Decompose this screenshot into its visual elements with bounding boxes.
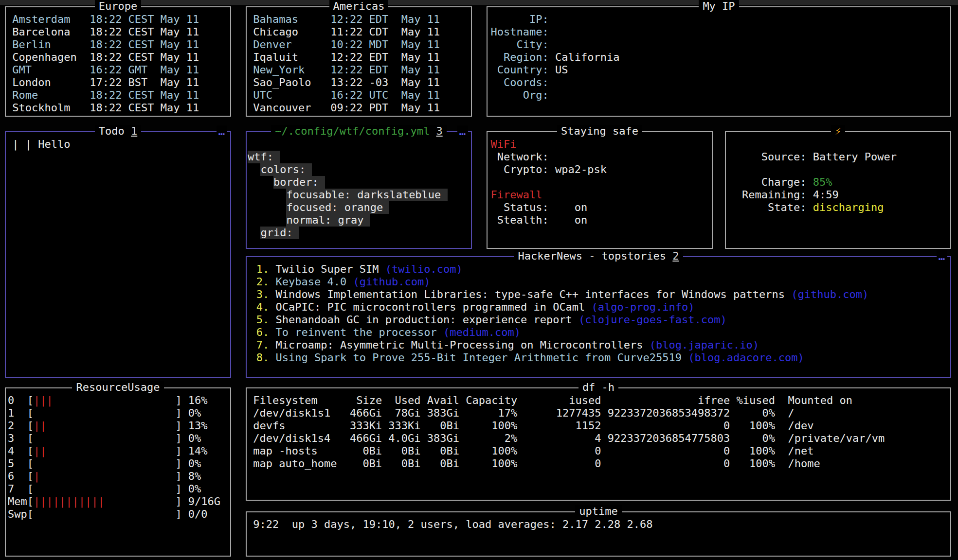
clock-city: New_York	[253, 64, 324, 76]
panel-todo[interactable]: Todo1 … | | Hello	[5, 131, 231, 378]
df-data-row: /dev/disk1s4466Gi4.0Gi383Gi2%49223372036…	[247, 432, 950, 445]
gauge-bar	[34, 457, 175, 470]
clock-date: May 11	[401, 13, 447, 26]
mount-point: /	[775, 407, 950, 420]
clock-date: May 11	[161, 64, 206, 76]
clock-time: 18:22	[90, 38, 122, 51]
used: 0Bi	[382, 445, 420, 457]
network-label: Network:	[491, 151, 549, 163]
mount-point: /dev	[775, 420, 950, 432]
gauge-close-bracket: ]	[175, 394, 181, 407]
story-title[interactable]: Using Spark to Prove 255-Bit Integer Ari…	[276, 351, 682, 364]
clock-city: Rome	[12, 89, 83, 102]
cpu-gauge: 3[]0%	[6, 432, 230, 445]
story-source-link[interactable]: (clojure-goes-fast.com)	[578, 314, 727, 326]
clock-timezone: -03	[369, 76, 395, 89]
hn-story[interactable]: 4.OCaPIC: PIC microcontrollers programme…	[247, 301, 950, 314]
story-source-link[interactable]: (twilio.com)	[385, 263, 463, 275]
clock-row: Sao_Paolo13:22-03May 11	[247, 76, 471, 89]
yaml-line: focusable: darkslateblue	[247, 189, 471, 201]
clock-city: GMT	[12, 64, 83, 76]
story-source-link[interactable]: (github.com)	[353, 276, 431, 288]
clock-time: 18:22	[90, 13, 122, 26]
clock-row: Bahamas12:22EDTMay 11	[247, 13, 471, 26]
yaml-text: border:	[273, 176, 325, 189]
col-header: Mounted on	[775, 394, 950, 407]
story-rank: 5.	[256, 314, 270, 326]
gauge-label: 4	[8, 445, 27, 457]
clock-time: 13:22	[330, 76, 362, 89]
gauge-value: 14%	[182, 445, 208, 457]
panel-config-file-viewer[interactable]: ~/.config/wtf/config.yml3 … wtf: colors:…	[246, 131, 472, 249]
story-title[interactable]: Keybase 4.0	[276, 276, 347, 288]
story-title[interactable]: To reinvent the processor	[276, 326, 437, 338]
more-indicator-icon: …	[217, 125, 227, 138]
hn-story[interactable]: 5.Shenandoah GC in production: experienc…	[247, 314, 950, 326]
yaml-text: focusable: darkslateblue	[286, 189, 447, 201]
gauge-bar	[34, 432, 175, 445]
story-rank: 2.	[256, 276, 270, 288]
city-value	[555, 38, 950, 51]
story-title[interactable]: Microamp: Asymmetric Multi-Processing on…	[276, 339, 643, 351]
clock-city: London	[12, 76, 83, 89]
clock-city: Berlin	[12, 38, 83, 51]
hn-story[interactable]: 1.Twilio Super SIM(twilio.com)	[247, 263, 950, 276]
ip-info-row: Org:	[488, 89, 950, 102]
story-rank: 4.	[256, 301, 270, 313]
gauge-label: Swp	[8, 508, 27, 521]
hn-story[interactable]: 3.Windows Implementation Libraries: type…	[247, 288, 950, 301]
story-title[interactable]: Shenandoah GC in production: experience …	[276, 314, 572, 326]
gauge-value: 0%	[182, 483, 201, 495]
clock-city: Amsterdam	[12, 13, 83, 26]
gauge-value: 8%	[182, 470, 201, 483]
clock-date: May 11	[161, 26, 206, 38]
filesystem: /dev/disk1s4	[253, 432, 343, 445]
clock-city: Vancouver	[253, 102, 324, 114]
gauge-close-bracket: ]	[175, 470, 181, 483]
clock-timezone: UTC	[369, 89, 395, 102]
avail: 0Bi	[421, 457, 459, 470]
story-source-link[interactable]: (medium.com)	[443, 326, 521, 338]
gauge-open-bracket: [	[27, 407, 34, 420]
iused: 1277435	[517, 407, 601, 420]
panel-hackernews[interactable]: HackerNews - topstories2 … 1.Twilio Supe…	[246, 256, 951, 378]
story-source-link[interactable]: (blog.adacore.com)	[688, 351, 804, 364]
panel-my-ip: My IP IP: Hostname: City: Region:Califor…	[487, 6, 951, 117]
story-source-link[interactable]: (github.com)	[791, 288, 868, 300]
gauge-label: 7	[8, 483, 27, 495]
gauge-bar: |||	[34, 394, 175, 407]
hn-story[interactable]: 6.To reinvent the processor(medium.com)	[247, 326, 950, 339]
story-title[interactable]: OCaPIC: PIC microcontrollers programmed …	[276, 301, 585, 313]
hn-story[interactable]: 7.Microamp: Asymmetric Multi-Processing …	[247, 339, 950, 351]
gauge-close-bracket: ]	[175, 508, 181, 521]
clock-row: Barcelona18:22CESTMay 11	[6, 26, 230, 38]
clock-date: May 11	[161, 89, 206, 102]
col-header: ifree	[601, 394, 730, 407]
gauge-label: 3	[8, 432, 27, 445]
story-rank: 1.	[256, 263, 270, 275]
hn-story[interactable]: 8.Using Spark to Prove 255-Bit Integer A…	[247, 351, 950, 364]
gauge-close-bracket: ]	[175, 432, 181, 445]
col-header: Capacity	[459, 394, 517, 407]
todo-item[interactable]: | | Hello	[6, 138, 230, 151]
used: 333Ki	[382, 420, 420, 432]
story-source-link[interactable]: (blog.japaric.io)	[650, 339, 759, 351]
hn-story[interactable]: 2.Keybase 4.0(github.com)	[247, 276, 950, 288]
story-rank: 6.	[256, 326, 270, 338]
story-source-link[interactable]: (algo-prog.info)	[592, 301, 695, 313]
story-title[interactable]: Windows Implementation Libraries: type-s…	[276, 288, 785, 300]
yaml-line: focused: orange	[247, 201, 471, 214]
clock-row: GMT16:22GMTMay 11	[6, 64, 230, 76]
wifi-row: Crypto:wpa2-psk	[488, 163, 712, 176]
ifree: 0	[601, 445, 730, 457]
clock-row: Denver10:22MDTMay 11	[247, 38, 471, 51]
org-value	[555, 89, 950, 102]
yaml-text: focused: orange	[286, 201, 389, 214]
clock-time: 18:22	[90, 102, 122, 114]
gauge-bar	[34, 483, 175, 495]
stealth-value: on	[555, 214, 712, 227]
battery-row: Charge:85%	[726, 176, 950, 189]
avail: 0Bi	[421, 420, 459, 432]
story-title[interactable]: Twilio Super SIM	[276, 263, 379, 275]
gauge-open-bracket: [	[27, 445, 34, 457]
